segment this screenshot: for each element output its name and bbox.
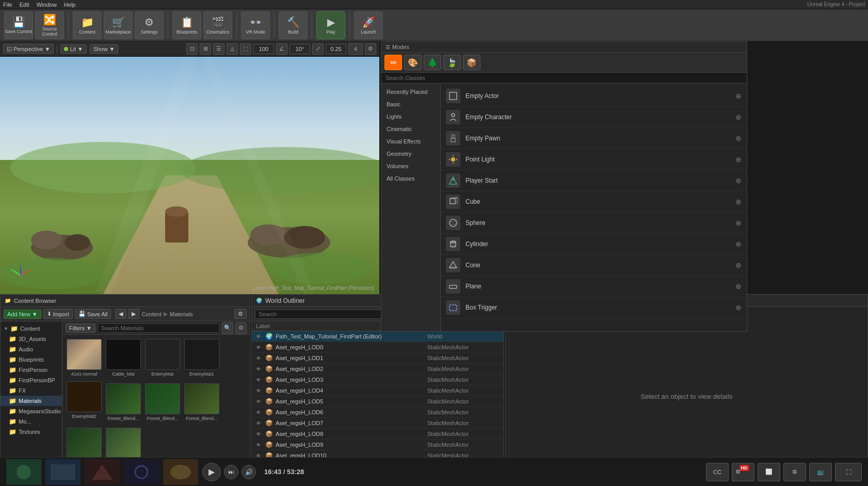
- settings-vp-icon[interactable]: ⚙: [365, 43, 376, 55]
- asset-enemy-mat2[interactable]: EnemyMat2: [67, 381, 102, 422]
- tree-item-materials[interactable]: 📁 Materials: [1, 396, 62, 406]
- menu-file[interactable]: File: [3, 2, 12, 8]
- empty-pawn-action[interactable]: ⊕: [735, 134, 742, 142]
- tree-item-textures[interactable]: 📁 Textures: [1, 427, 62, 437]
- cone-action[interactable]: ⊕: [735, 261, 742, 269]
- menu-help[interactable]: Help: [64, 2, 76, 8]
- scale-value-input[interactable]: [326, 44, 346, 54]
- play-pause-button[interactable]: ▶: [202, 463, 221, 481]
- volume-button[interactable]: 🔊: [242, 465, 256, 479]
- menu-edit[interactable]: Edit: [20, 2, 29, 8]
- build-button[interactable]: 🔨 Build: [279, 11, 308, 39]
- cb-forward-button[interactable]: ▶: [128, 309, 139, 319]
- sphere-action[interactable]: ⊕: [735, 219, 742, 227]
- empty-actor-action[interactable]: ⊕: [735, 92, 742, 100]
- player-start-action[interactable]: ⊕: [735, 176, 742, 185]
- vr-mode-button[interactable]: 👓 VR Mode: [241, 11, 270, 39]
- fullscreen-button[interactable]: ⛶: [835, 463, 862, 481]
- cb-back-button[interactable]: ◀: [115, 309, 126, 319]
- perspective-button[interactable]: ◱ Perspective ▼: [3, 44, 54, 54]
- wo-row-6[interactable]: 👁 📦 Aset_regsH_LOD6 StaticMeshActor: [252, 407, 504, 418]
- asset-enemy-mat[interactable]: EnemyMat: [145, 339, 180, 377]
- asset-forest-blend-2[interactable]: Forest_Blend...: [184, 383, 219, 422]
- show-button[interactable]: Show ▼: [90, 44, 118, 54]
- save-current-button[interactable]: 💾 Save Current: [4, 11, 33, 39]
- place-item-empty-character[interactable]: Empty Character ⊕: [441, 107, 747, 128]
- content-browser-search-input[interactable]: [98, 323, 220, 333]
- grid-toggle[interactable]: ⊞: [200, 43, 211, 55]
- content-button[interactable]: 📁 Content: [73, 11, 102, 39]
- picture-in-picture-button[interactable]: ⧉: [783, 463, 806, 481]
- cb-path-segment-1[interactable]: Content: [141, 311, 162, 317]
- grid-value-input[interactable]: [253, 44, 274, 54]
- settings-button[interactable]: ⚙ Settings: [135, 11, 164, 39]
- wo-row-9[interactable]: 👁 📦 Aset_regsH_LOD9 StaticMeshActor: [252, 440, 504, 450]
- asset-cable-mat[interactable]: Cable_Mat: [106, 339, 141, 377]
- place-item-plane[interactable]: Plane ⊕: [441, 276, 747, 297]
- cube-action[interactable]: ⊕: [735, 198, 742, 206]
- menu-window[interactable]: Window: [37, 2, 57, 8]
- tree-item-first-person-bp[interactable]: 📁 FirstPersonBP: [1, 375, 62, 385]
- tree-item-audio[interactable]: 📁 Audio: [1, 344, 62, 354]
- wo-row-0[interactable]: 👁 📦 Aset_regsH_LOD0 StaticMeshActor: [252, 342, 504, 353]
- category-recently-placed[interactable]: Recently Placed: [381, 86, 440, 98]
- mode-tab-place[interactable]: ✏: [384, 55, 402, 70]
- category-volumes[interactable]: Volumes: [381, 160, 440, 172]
- cinematics-button[interactable]: 🎬 Cinematics: [203, 11, 232, 39]
- mode-tab-paint[interactable]: 🎨: [404, 55, 422, 70]
- place-item-box-trigger[interactable]: Box Trigger ⊕: [441, 297, 747, 318]
- tree-item-3d-assets[interactable]: 📁 3D_Assets: [1, 334, 62, 344]
- cc-button[interactable]: CC: [706, 463, 729, 481]
- play-button[interactable]: ▶ Play: [316, 11, 345, 39]
- wo-row-1[interactable]: 👁 📦 Aset_regsH_LOD1 StaticMeshActor: [252, 353, 504, 364]
- place-item-point-light[interactable]: Point Light ⊕: [441, 149, 747, 170]
- mode-tab-landscape[interactable]: 🌲: [424, 55, 441, 70]
- tree-item-megascans[interactable]: 📁 MegasansStudio: [1, 406, 62, 416]
- place-item-cone[interactable]: Cone ⊕: [441, 255, 747, 276]
- wo-row-5[interactable]: 👁 📦 Aset_regsH_LOD5 StaticMeshActor: [252, 396, 504, 407]
- place-item-player-start[interactable]: Player Start ⊕: [441, 170, 747, 191]
- empty-character-action[interactable]: ⊕: [735, 113, 742, 121]
- place-item-sphere[interactable]: Sphere ⊕: [441, 213, 747, 234]
- lod-input[interactable]: 4: [348, 43, 363, 55]
- wo-row-2[interactable]: 👁 📦 Aset_regsH_LOD2 StaticMeshActor: [252, 364, 504, 375]
- scale-icon[interactable]: ⤢: [312, 43, 324, 55]
- asset-enemy-mat1[interactable]: EnemyMat1: [184, 339, 219, 377]
- tree-item-fx[interactable]: 📁 FX: [1, 385, 62, 396]
- camera-toggle[interactable]: ⊡: [186, 43, 198, 55]
- next-button[interactable]: ⏭: [224, 465, 238, 479]
- grid-size-toggle[interactable]: ⬚: [240, 43, 251, 55]
- import-button[interactable]: ⬇ Import: [43, 309, 73, 319]
- blueprints-button[interactable]: 📋 Blueprints: [172, 11, 201, 39]
- category-cinematic[interactable]: Cinematic: [381, 123, 440, 135]
- source-control-button[interactable]: 🔀 Source Control: [35, 11, 64, 39]
- cylinder-action[interactable]: ⊕: [735, 240, 742, 248]
- place-item-empty-actor[interactable]: Empty Actor ⊕: [441, 86, 747, 107]
- plane-action[interactable]: ⊕: [735, 282, 742, 290]
- cb-path-segment-2[interactable]: Materials: [170, 311, 193, 317]
- angle-value-input[interactable]: [290, 44, 310, 54]
- asset-4141-normal[interactable]: 4141-normal: [67, 339, 102, 377]
- cast-button[interactable]: 📺: [809, 463, 832, 481]
- cb-filters-button[interactable]: Filters ▼: [66, 323, 95, 333]
- angle-toggle[interactable]: ◬: [227, 43, 238, 55]
- save-all-button[interactable]: 💾 Save All: [75, 309, 111, 319]
- category-visual-effects[interactable]: Visual Effects: [381, 135, 440, 148]
- angle-icon[interactable]: ∠: [276, 43, 287, 55]
- wo-row-world[interactable]: 👁 🌍 Path_Test_Map_Tutorial_FirstPart (Ed…: [252, 331, 504, 342]
- mode-tab-geometry[interactable]: 📦: [463, 55, 480, 70]
- cb-path-settings-button[interactable]: ⚙: [234, 309, 247, 319]
- launch-button[interactable]: 🚀 Launch: [354, 11, 383, 39]
- wo-row-7[interactable]: 👁 📦 Aset_regsH_LOD7 StaticMeshActor: [252, 418, 504, 429]
- fullscreen-mini-button[interactable]: ⬜: [758, 463, 780, 481]
- lit-button[interactable]: Lit ▼: [60, 44, 87, 54]
- tree-item-mo[interactable]: 📁 Mo...: [1, 416, 62, 427]
- mode-tab-foliage[interactable]: 🍃: [443, 55, 461, 70]
- category-all-classes[interactable]: All Classes: [381, 172, 440, 185]
- tree-item-first-person[interactable]: 📁 FirstPerson: [1, 365, 62, 375]
- viewport-canvas[interactable]: X Y Z Level: Path_Test_Map_Tutorial_Firs…: [0, 57, 379, 294]
- point-light-action[interactable]: ⊕: [735, 155, 742, 164]
- wo-row-8[interactable]: 👁 📦 Aset_regsH_LOD8 StaticMeshActor: [252, 429, 504, 440]
- wo-row-3[interactable]: 👁 📦 Aset_regsH_LOD3 StaticMeshActor: [252, 375, 504, 385]
- settings-video-button[interactable]: ⚙ HD: [732, 463, 754, 481]
